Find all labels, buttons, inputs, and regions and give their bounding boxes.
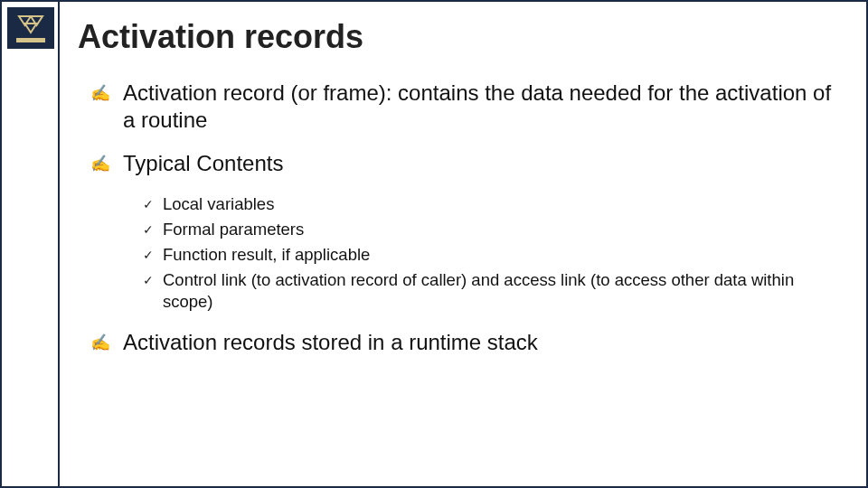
check-icon: ✓ [143,219,154,240]
list-item: ✓ Formal parameters [143,219,844,240]
logo-bar-icon [16,38,45,42]
sub-bullet-text: Local variables [163,193,274,215]
list-item: ✍ Activation records stored in a runtime… [90,329,844,356]
sub-bullet-text: Formal parameters [163,219,304,240]
bullet-list: ✍ Activation record (or frame): contains… [78,80,844,356]
left-rail [2,2,60,486]
bullet-text: Typical Contents [123,150,283,177]
sub-bullet-text: Function result, if applicable [163,244,370,266]
check-icon: ✓ [143,193,154,215]
slide-title: Activation records [78,18,844,56]
hand-pen-icon: ✍ [90,329,110,356]
list-item: ✓ Local variables [143,193,844,215]
bullet-text: Activation record (or frame): contains t… [123,80,844,134]
bullet-text: Activation records stored in a runtime s… [123,329,538,356]
check-icon: ✓ [143,244,154,266]
logo-badge [7,7,54,49]
slide-content: Activation records ✍ Activation record (… [60,2,866,486]
sub-bullet-text: Control link (to activation record of ca… [163,269,844,313]
hand-pen-icon: ✍ [90,80,110,107]
slide: Activation records ✍ Activation record (… [0,0,868,488]
list-item: ✓ Control link (to activation record of … [143,269,844,313]
svg-marker-2 [25,23,37,33]
logo-triangles-icon [15,14,46,34]
hand-pen-icon: ✍ [90,150,110,177]
list-item: ✓ Function result, if applicable [143,244,844,266]
list-item: ✍ Activation record (or frame): contains… [90,80,844,134]
list-item: ✍ Typical Contents [90,150,844,177]
check-icon: ✓ [143,269,154,291]
sub-list: ✓ Local variables ✓ Formal parameters ✓ … [143,193,844,313]
